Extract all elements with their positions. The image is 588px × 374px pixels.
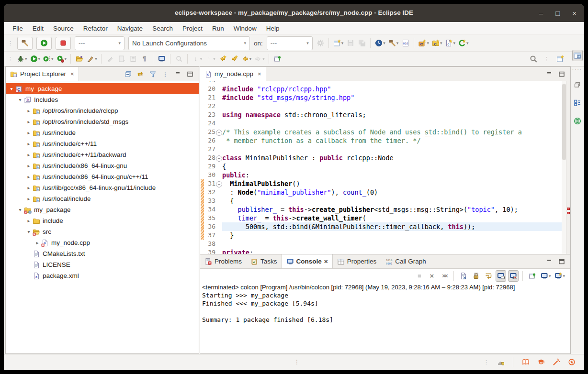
close-icon[interactable]: ×	[258, 70, 261, 77]
tab-problems[interactable]: Problems	[200, 254, 246, 268]
filter-button[interactable]	[147, 68, 158, 80]
menu-navigate[interactable]: Navigate	[113, 24, 147, 33]
next-annotation-button[interactable]: ↓▾	[191, 53, 204, 65]
tab-my-node-cpp[interactable]: cmy_node.cpp×	[200, 67, 266, 81]
menu-file[interactable]: File	[8, 24, 28, 33]
menu-run[interactable]: Run	[207, 24, 229, 33]
build-target-view-button[interactable]	[572, 115, 583, 127]
tree-item[interactable]: ▸h/usr/include/c++/11/backward	[6, 149, 199, 160]
scrollbar-thumb[interactable]	[562, 84, 566, 160]
project-tree[interactable]: ▾Cmy_package▾hIncludes▸h/opt/ros/iron/in…	[6, 81, 199, 353]
expander-icon[interactable]: ▸	[25, 130, 33, 135]
launch-target-combo[interactable]: ---▾	[267, 36, 313, 50]
error-mark[interactable]	[567, 208, 570, 210]
menu-search[interactable]: Search	[147, 24, 178, 33]
remove-all-terminated-button[interactable]: ××	[439, 270, 450, 282]
menu-refactor[interactable]: Refactor	[79, 24, 113, 33]
close-icon[interactable]: ×	[324, 258, 328, 265]
minimize-view-button[interactable]	[172, 68, 183, 80]
tree-item[interactable]: ▸h/opt/ros/iron/include/rclcpp	[6, 105, 199, 116]
link-doc-button[interactable]	[116, 53, 127, 65]
expander-icon[interactable]: ▸	[25, 152, 33, 157]
expander-icon[interactable]: ▸	[25, 185, 33, 190]
run-button[interactable]: ▾	[29, 53, 42, 65]
menu-help[interactable]: Help	[261, 24, 284, 33]
launch-stop-button[interactable]	[56, 37, 71, 50]
minimize-button[interactable]: –	[539, 9, 543, 17]
editor-write-mode-button[interactable]	[496, 356, 506, 368]
link-with-editor-button[interactable]: ⇄	[135, 68, 146, 80]
editor-text-area[interactable]: #include "rclcpp/rclcpp.hpp"#include "st…	[222, 81, 562, 254]
tab-call-graph[interactable]: 10100101Call Graph	[381, 254, 430, 268]
expander-icon[interactable]: ▸	[25, 119, 33, 124]
tree-item[interactable]: ▸h/usr/include/c++/11	[6, 138, 199, 149]
expander-icon[interactable]: ▸	[25, 163, 33, 168]
community-button[interactable]	[566, 356, 577, 368]
new-cpp-project-button[interactable]: C▾	[431, 37, 443, 49]
clear-console-button[interactable]	[458, 270, 469, 282]
close-button[interactable]: ×	[572, 9, 577, 17]
error-mark[interactable]	[567, 212, 570, 214]
tree-item[interactable]: CMakeLists.txt	[6, 248, 199, 259]
tree-item[interactable]: ▸cmy_node.cpp	[6, 237, 199, 248]
tutorials-button[interactable]	[520, 356, 531, 368]
run-coverage-button[interactable]: ▾	[42, 53, 55, 65]
tree-item[interactable]: ▸h/opt/ros/iron/include/std_msgs	[6, 116, 199, 127]
tree-item[interactable]: ▸h/usr/lib/gcc/x86_64-linux-gnu/11/inclu…	[6, 182, 199, 193]
tree-item[interactable]: ▸h/usr/local/include	[6, 193, 199, 204]
debug-button[interactable]: ▾	[16, 53, 28, 65]
next-edit-location-button[interactable]	[229, 53, 239, 65]
tab-properties[interactable]: Properties	[333, 254, 381, 268]
minimize-view-button[interactable]	[544, 68, 554, 80]
expander-icon[interactable]: ▸	[25, 174, 33, 179]
view-menu-button[interactable]: ⋮	[160, 68, 170, 80]
maximize-button[interactable]: □	[555, 9, 560, 17]
tree-item[interactable]: ▸include	[6, 215, 199, 226]
menu-source[interactable]: Source	[48, 24, 79, 33]
expander-icon[interactable]: ▸	[25, 108, 33, 113]
expander-icon[interactable]: ▸	[25, 196, 33, 201]
open-binary-button[interactable]: 010	[400, 37, 411, 49]
show-on-stderr-button[interactable]	[508, 270, 519, 282]
tab-tasks[interactable]: Tasks	[246, 254, 282, 268]
menu-project[interactable]: Project	[178, 24, 207, 33]
launch-settings-button[interactable]	[315, 37, 326, 49]
tree-item[interactable]: ▸h/usr/include/x86_64-linux-gnu	[6, 160, 199, 171]
menu-window[interactable]: Window	[229, 24, 261, 33]
expander-icon[interactable]: ▾	[25, 229, 33, 234]
launch-run-button[interactable]: ▾	[86, 53, 98, 65]
tree-item[interactable]: ▾Rmy_package	[6, 204, 199, 215]
word-wrap-button[interactable]	[483, 270, 494, 282]
new-c-project-button[interactable]: C▾	[418, 37, 430, 49]
prev-annotation-button[interactable]: ↑▾	[204, 53, 216, 65]
expander-icon[interactable]: ▸	[34, 240, 41, 245]
last-edit-location-button[interactable]	[217, 53, 228, 65]
maximize-view-button[interactable]	[556, 256, 567, 267]
fold-collapse-icon[interactable]: −	[216, 181, 222, 187]
collapse-all-button[interactable]	[123, 68, 133, 80]
launch-run-button[interactable]	[36, 37, 52, 50]
save-all-button[interactable]	[357, 37, 367, 49]
launch-build-button[interactable]	[17, 37, 33, 50]
show-on-stdout-button[interactable]	[496, 270, 506, 282]
launch-mode-combo[interactable]: ---▾	[75, 36, 124, 50]
search-button[interactable]	[528, 53, 539, 65]
remove-launch-button[interactable]: ×	[427, 270, 437, 282]
code-editor[interactable]: 19202122232425−262728−293031−32333435363…	[200, 81, 570, 254]
fold-collapse-icon[interactable]: −	[216, 155, 222, 162]
open-console-button[interactable]: ▾	[554, 270, 566, 282]
launch-config-combo[interactable]: No Launch Configurations▾	[128, 36, 250, 50]
cpp-perspective-button[interactable]: C	[572, 50, 583, 61]
fold-collapse-icon[interactable]: −	[216, 130, 222, 136]
expander-icon[interactable]: ▾	[8, 86, 15, 91]
outline-view-button[interactable]	[572, 97, 583, 109]
terminate-button[interactable]: ■	[414, 270, 425, 282]
maximize-view-button[interactable]	[185, 68, 195, 80]
expander-icon[interactable]: ▾	[16, 207, 24, 212]
menu-edit[interactable]: Edit	[28, 24, 48, 33]
close-icon[interactable]: ×	[70, 70, 74, 77]
open-perspective-button[interactable]	[555, 53, 565, 65]
expander-icon[interactable]: ▾	[16, 97, 24, 102]
tree-item[interactable]: xpackage.xml	[6, 270, 199, 281]
open-task-button[interactable]	[74, 53, 85, 65]
